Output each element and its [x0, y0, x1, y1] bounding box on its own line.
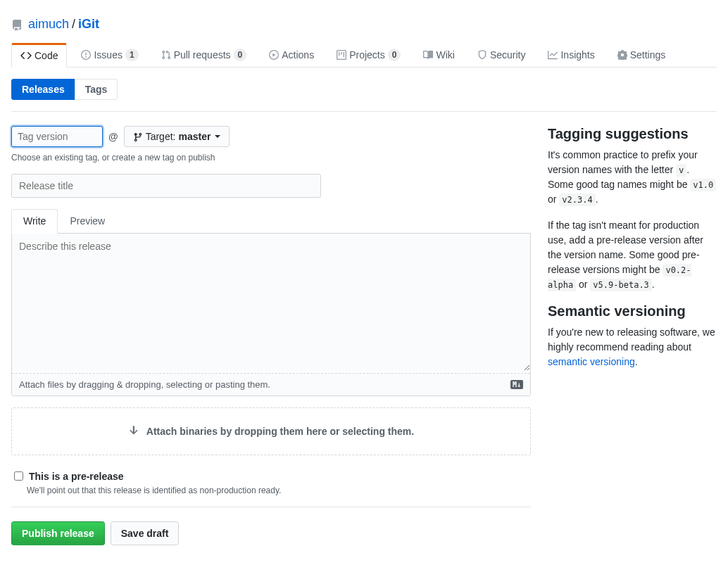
tagging-suggestions-title: Tagging suggestions [548, 126, 717, 142]
project-icon [337, 50, 346, 60]
release-title-input[interactable] [11, 174, 321, 198]
attach-hint[interactable]: Attach files by dragging & dropping, sel… [19, 379, 270, 390]
tab-insights[interactable]: Insights [539, 43, 603, 67]
tab-pull-requests[interactable]: Pull requests0 [153, 43, 256, 67]
subnav-tags[interactable]: Tags [75, 79, 118, 100]
binaries-dropzone[interactable]: Attach binaries by dropping them here or… [11, 407, 531, 455]
tagging-p2: If the tag isn't meant for production us… [548, 218, 717, 292]
tag-version-input[interactable] [11, 126, 103, 147]
graph-icon [548, 50, 558, 60]
publish-release-button[interactable]: Publish release [11, 521, 105, 545]
prerelease-sub: We'll point out that this release is ide… [27, 486, 531, 495]
pr-count: 0 [234, 49, 247, 61]
breadcrumb-repo[interactable]: iGit [78, 17, 99, 32]
branch-icon [133, 131, 143, 142]
tab-code[interactable]: Code [11, 43, 67, 68]
semver-text: If you're new to releasing software, we … [548, 325, 717, 369]
breadcrumb-sep: / [72, 17, 75, 32]
at-symbol: @ [108, 131, 118, 142]
issues-count: 1 [125, 49, 139, 61]
play-icon [269, 50, 279, 60]
target-branch-value: master [178, 131, 211, 142]
book-icon [423, 50, 433, 60]
divider [11, 111, 717, 112]
gear-icon [617, 50, 627, 60]
repo-nav: Code Issues1 Pull requests0 Actions Proj… [11, 43, 717, 68]
download-arrow-icon [128, 425, 141, 438]
markdown-icon[interactable]: M↓ [510, 380, 523, 389]
write-preview-tabs: Write Preview [11, 209, 531, 234]
tab-settings[interactable]: Settings [609, 43, 674, 67]
save-draft-button[interactable]: Save draft [111, 521, 180, 545]
subnav-releases[interactable]: Releases [11, 79, 75, 100]
tab-actions[interactable]: Actions [261, 43, 322, 67]
semver-link[interactable]: semantic versioning [548, 356, 635, 367]
shield-icon [477, 50, 487, 60]
tab-security[interactable]: Security [469, 43, 534, 67]
issue-icon [81, 50, 91, 60]
repo-icon [11, 17, 23, 32]
preview-tab[interactable]: Preview [58, 209, 117, 233]
breadcrumb-owner[interactable]: aimuch [28, 17, 69, 32]
tag-hint: Choose an existing tag, or create a new … [11, 153, 531, 163]
releases-tags-subnav: Releases Tags [11, 79, 717, 100]
prerelease-label[interactable]: This is a pre-release [11, 469, 531, 483]
semver-title: Semantic versioning [548, 303, 717, 319]
pr-icon [161, 50, 171, 60]
code-icon [20, 50, 32, 61]
write-tab[interactable]: Write [11, 209, 58, 234]
caret-down-icon [215, 135, 220, 138]
breadcrumb: aimuch / iGit [11, 11, 717, 43]
description-textarea[interactable] [12, 234, 530, 371]
target-branch-dropdown[interactable]: Target: master [124, 126, 230, 147]
tagging-p1: It's common practice to prefix your vers… [548, 148, 717, 207]
tab-wiki[interactable]: Wiki [415, 43, 463, 67]
tab-issues[interactable]: Issues1 [73, 43, 146, 67]
projects-count: 0 [388, 49, 401, 61]
prerelease-checkbox[interactable] [14, 471, 23, 481]
tab-projects[interactable]: Projects0 [328, 43, 409, 67]
